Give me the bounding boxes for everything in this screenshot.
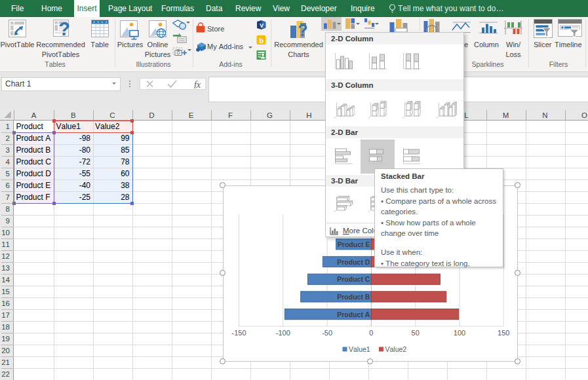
svg-text:Product A: Product A bbox=[337, 311, 370, 318]
svg-text:-50: -50 bbox=[322, 329, 332, 337]
svg-text:Product B: Product B bbox=[337, 293, 370, 301]
svg-text:50: 50 bbox=[412, 329, 420, 337]
svg-text:Product C: Product C bbox=[337, 275, 370, 283]
svg-text:b: b bbox=[259, 37, 264, 45]
svg-text:-100: -100 bbox=[276, 329, 290, 337]
svg-text:Product D: Product D bbox=[337, 258, 370, 266]
svg-text:?: ? bbox=[298, 21, 307, 39]
svg-text:100: 100 bbox=[454, 329, 465, 337]
svg-text:0: 0 bbox=[369, 329, 373, 337]
svg-text:Product E: Product E bbox=[338, 240, 370, 248]
svg-text:-150: -150 bbox=[231, 329, 246, 337]
svg-text:Value1: Value1 bbox=[349, 345, 370, 353]
svg-text:?: ? bbox=[58, 20, 70, 37]
svg-text:fx: fx bbox=[194, 80, 201, 89]
svg-text:Value2: Value2 bbox=[385, 345, 407, 353]
svg-text:150: 150 bbox=[498, 329, 509, 337]
svg-text:V: V bbox=[260, 22, 264, 29]
